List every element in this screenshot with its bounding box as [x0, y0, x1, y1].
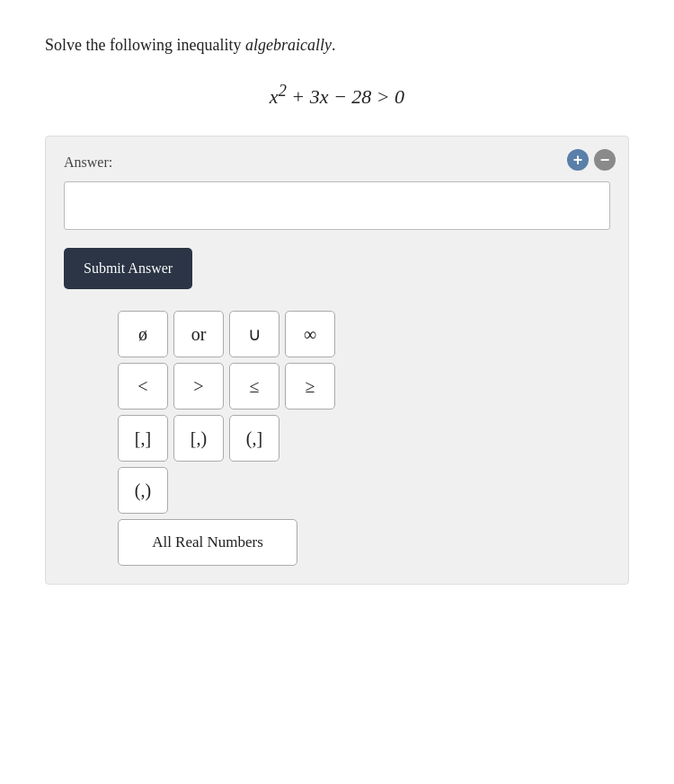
instruction-text: Solve the following inequality algebraic…: [45, 36, 629, 55]
answer-label: Answer:: [64, 154, 610, 171]
symbol-row-3: [,] [,) (,]: [118, 415, 279, 462]
parens-button[interactable]: (,): [118, 467, 168, 514]
add-panel-button[interactable]: +: [567, 149, 589, 171]
bracket-closed-button[interactable]: [,]: [118, 415, 168, 462]
remove-icon: −: [600, 152, 610, 168]
all-real-label: All Real Numbers: [152, 533, 263, 551]
symbol-grid: ø or ∪ ∞ < > ≤ ≥ [,] [,) (,] (,): [64, 311, 610, 566]
greater-than-button[interactable]: >: [173, 363, 224, 410]
symbol-row-2: < > ≤ ≥: [118, 363, 335, 410]
paren-bracket-button[interactable]: (,]: [229, 415, 279, 462]
less-equal-button[interactable]: ≤: [229, 363, 279, 410]
equation-display: x2 + 3x − 28 > 0: [270, 85, 404, 108]
symbol-row-1: ø or ∪ ∞: [118, 311, 335, 357]
remove-panel-button[interactable]: −: [594, 149, 616, 171]
or-button[interactable]: or: [173, 311, 224, 357]
bracket-half-open-button[interactable]: [,): [173, 415, 224, 462]
instruction-suffix: .: [332, 36, 336, 54]
instruction-prefix: Solve the following inequality: [45, 36, 245, 54]
add-icon: +: [573, 152, 583, 168]
equation-container: x2 + 3x − 28 > 0: [45, 82, 629, 109]
symbol-row-5: All Real Numbers: [118, 519, 297, 566]
infinity-button[interactable]: ∞: [285, 311, 335, 357]
less-than-button[interactable]: <: [118, 363, 168, 410]
submit-label: Submit Answer: [84, 260, 173, 276]
panel-controls: + −: [567, 149, 616, 171]
all-real-numbers-button[interactable]: All Real Numbers: [118, 519, 297, 566]
submit-button[interactable]: Submit Answer: [64, 248, 192, 289]
union-button[interactable]: ∪: [229, 311, 279, 357]
answer-input[interactable]: [64, 181, 610, 230]
page-container: Solve the following inequality algebraic…: [0, 0, 674, 784]
greater-equal-button[interactable]: ≥: [285, 363, 335, 410]
empty-set-button[interactable]: ø: [118, 311, 168, 357]
symbol-row-4: (,): [118, 467, 168, 514]
instruction-italic: algebraically: [245, 36, 332, 54]
answer-panel: + − Answer: Submit Answer ø or ∪ ∞ < > ≤…: [45, 136, 629, 585]
